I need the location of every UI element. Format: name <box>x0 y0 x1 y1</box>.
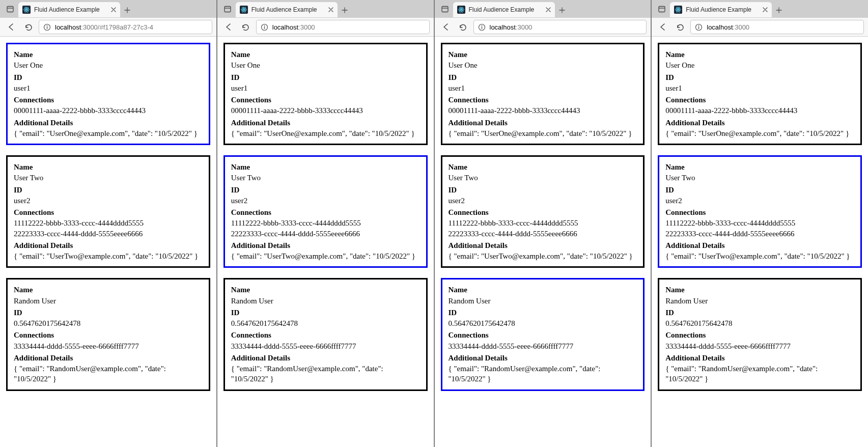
address-bar[interactable]: localhost:3000 <box>690 20 864 34</box>
close-tab-button[interactable] <box>328 7 333 12</box>
field-value: 0.5647620175642478 <box>231 318 420 328</box>
field-label: Connections <box>665 207 854 217</box>
tab-manager-button[interactable] <box>3 2 17 16</box>
field-label: Additional Details <box>665 118 854 128</box>
user-card[interactable]: NameRandom UserID0.5647620175642478Conne… <box>223 278 428 390</box>
svg-point-16 <box>264 25 265 26</box>
field-value: user2 <box>14 195 203 206</box>
tab-strip: Fluid Audience Example <box>0 0 216 17</box>
user-card[interactable]: NameRandom UserID0.5647620175642478Conne… <box>658 278 862 390</box>
user-card[interactable]: NameRandom UserID0.5647620175642478Conne… <box>441 278 645 390</box>
field-value: user2 <box>665 195 854 206</box>
connection-id: 22223333-cccc-4444-dddd-5555eeee6666 <box>14 229 203 239</box>
user-card[interactable]: NameUser OneIDuser1Connections00001111-a… <box>658 43 862 145</box>
close-tab-button[interactable] <box>546 7 551 12</box>
address-bar[interactable]: localhost:3000 <box>256 20 430 34</box>
field-label: Name <box>231 285 420 295</box>
field-label: Connections <box>449 330 637 340</box>
refresh-button[interactable] <box>21 20 36 34</box>
refresh-button[interactable] <box>456 20 470 34</box>
page-content: NameUser OneIDuser1Connections00001111-a… <box>217 37 434 447</box>
field-label: ID <box>665 185 854 195</box>
user-card[interactable]: NameUser TwoIDuser2Connections11112222-b… <box>441 155 645 268</box>
svg-rect-35 <box>698 26 699 29</box>
field-value: 0.5647620175642478 <box>14 318 203 328</box>
browser-tab[interactable]: Fluid Audience Example <box>453 2 555 17</box>
connection-id: 33334444-dddd-5555-eeee-6666ffff7777 <box>665 341 854 351</box>
field-label: Name <box>665 162 854 172</box>
user-card[interactable]: NameUser OneIDuser1Connections00001111-a… <box>223 43 428 145</box>
field-value: Random User <box>449 296 637 306</box>
field-label: Name <box>449 49 637 60</box>
field-value: User Two <box>231 173 420 183</box>
field-label: Connections <box>231 95 420 105</box>
field-label: ID <box>449 308 637 318</box>
user-card[interactable]: NameUser OneIDuser1Connections00001111-a… <box>6 43 210 145</box>
field-value: { "email": "UserTwo@example.com", "date"… <box>14 251 203 261</box>
connection-id: 22223333-cccc-4444-dddd-5555eeee6666 <box>665 229 854 239</box>
user-card[interactable]: NameUser TwoIDuser2Connections11112222-b… <box>658 155 862 268</box>
field-value: { "email": "UserOne@example.com", "date"… <box>231 128 420 138</box>
tab-title: Fluid Audience Example <box>34 6 107 13</box>
field-value: { "email": "UserTwo@example.com", "date"… <box>449 251 637 261</box>
field-value: user2 <box>449 195 637 206</box>
browser-tab[interactable]: Fluid Audience Example <box>236 2 338 17</box>
site-info-icon[interactable] <box>695 23 703 31</box>
connection-id: 22223333-cccc-4444-dddd-5555eeee6666 <box>231 229 420 239</box>
site-info-icon[interactable] <box>43 23 51 31</box>
tab-manager-button[interactable] <box>438 2 452 16</box>
back-button[interactable] <box>4 20 18 34</box>
tab-manager-button[interactable] <box>220 2 235 16</box>
url-text: localhost:3000 <box>272 23 315 31</box>
browser-window: Fluid Audience Examplelocalhost:3000/#f1… <box>0 0 217 447</box>
close-tab-button[interactable] <box>763 7 768 12</box>
field-value: { "email": "UserTwo@example.com", "date"… <box>665 251 854 261</box>
connection-id: 11112222-bbbb-3333-cccc-4444dddd5555 <box>665 218 854 228</box>
browser-tab[interactable]: Fluid Audience Example <box>18 2 120 17</box>
arrow-left-icon <box>7 22 16 32</box>
connection-id: 00001111-aaaa-2222-bbbb-3333cccc44443 <box>449 105 637 116</box>
field-value: { "email": "RandomUser@example.com", "da… <box>14 364 203 384</box>
field-label: ID <box>14 185 203 195</box>
field-value: User Two <box>14 173 203 183</box>
site-info-icon[interactable] <box>261 23 268 31</box>
address-bar[interactable]: localhost:3000 <box>473 20 647 34</box>
back-button[interactable] <box>221 20 236 34</box>
site-info-icon[interactable] <box>478 23 486 31</box>
refresh-button[interactable] <box>673 20 687 34</box>
back-button[interactable] <box>656 20 670 34</box>
tab-manager-button[interactable] <box>655 2 669 16</box>
refresh-icon <box>676 23 685 32</box>
refresh-icon <box>241 23 250 32</box>
user-card[interactable]: NameRandom UserID0.5647620175642478Conne… <box>6 278 210 390</box>
field-label: Connections <box>231 330 420 340</box>
field-value: { "email": "RandomUser@example.com", "da… <box>665 364 854 384</box>
arrow-left-icon <box>224 22 233 32</box>
connection-id: 11112222-bbbb-3333-cccc-4444dddd5555 <box>14 218 203 228</box>
field-label: Additional Details <box>449 118 637 128</box>
new-tab-button[interactable] <box>338 3 352 17</box>
field-label: ID <box>14 308 203 318</box>
field-label: Additional Details <box>665 353 854 363</box>
field-value: User Two <box>665 173 854 183</box>
field-label: Name <box>665 285 854 295</box>
field-value: User One <box>665 60 854 70</box>
user-card[interactable]: NameUser TwoIDuser2Connections11112222-b… <box>6 155 210 268</box>
field-value: User One <box>449 60 637 70</box>
svg-rect-26 <box>481 26 482 29</box>
new-tab-button[interactable] <box>120 3 134 17</box>
refresh-button[interactable] <box>239 20 253 34</box>
field-label: Name <box>14 49 203 60</box>
field-label: Additional Details <box>14 240 203 250</box>
react-favicon-icon <box>240 6 248 14</box>
back-button[interactable] <box>439 20 453 34</box>
new-tab-button[interactable] <box>772 3 786 17</box>
address-bar[interactable]: localhost:3000/#f1798a87-27c3-4 <box>39 20 212 34</box>
user-card[interactable]: NameUser TwoIDuser2Connections11112222-b… <box>223 155 428 268</box>
user-card[interactable]: NameUser OneIDuser1Connections00001111-a… <box>441 43 645 145</box>
new-tab-button[interactable] <box>555 3 569 17</box>
browser-tab[interactable]: Fluid Audience Example <box>670 2 772 17</box>
field-label: Connections <box>665 95 854 105</box>
close-tab-button[interactable] <box>111 7 116 12</box>
url-port: :3000 <box>81 23 98 31</box>
